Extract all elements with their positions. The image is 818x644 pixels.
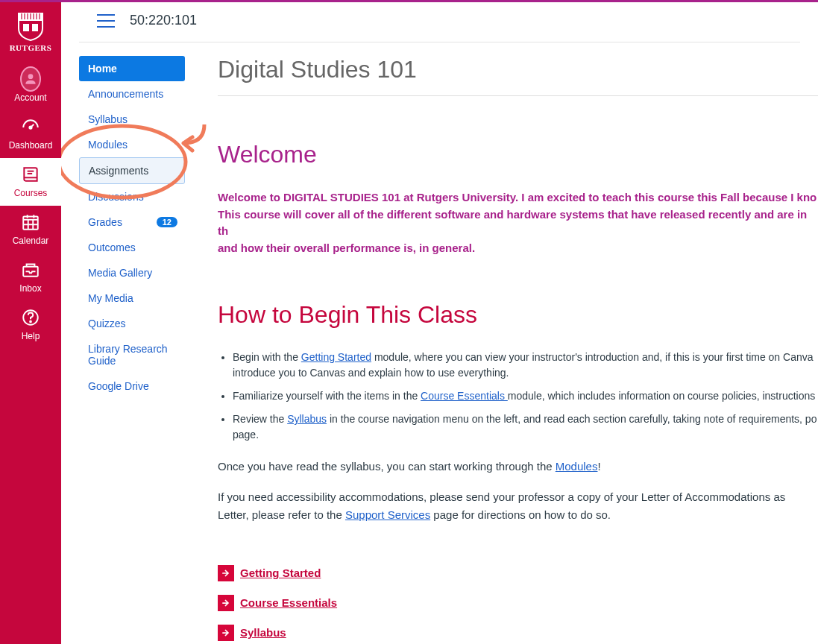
- course-nav-label: Modules: [88, 139, 128, 151]
- bullet-item: Familiarize yourself with the items in t…: [233, 388, 818, 404]
- nav-label: Dashboard: [9, 140, 53, 151]
- begin-bullet-list: Begin with the Getting Started module, w…: [233, 350, 818, 443]
- course-nav-my-media[interactable]: My Media: [79, 285, 185, 311]
- course-nav-label: Announcements: [88, 88, 163, 100]
- nav-label: Account: [14, 92, 46, 103]
- svg-rect-7: [23, 24, 29, 31]
- course-nav-label: Media Gallery: [88, 267, 152, 279]
- link-modules[interactable]: Modules: [556, 460, 598, 473]
- link-syllabus[interactable]: Syllabus: [287, 413, 327, 425]
- grades-badge: 12: [157, 217, 177, 227]
- quick-link-getting-started[interactable]: Getting Started: [240, 566, 321, 579]
- svg-rect-8: [32, 24, 38, 31]
- course-nav-outcomes[interactable]: Outcomes: [79, 235, 185, 260]
- avatar-icon: [20, 66, 41, 92]
- dashboard-icon: [20, 116, 41, 137]
- nav-dashboard[interactable]: Dashboard: [0, 110, 61, 158]
- rutgers-logo[interactable]: RUTGERS: [8, 6, 53, 58]
- course-nav-quizzes[interactable]: Quizzes: [79, 311, 185, 336]
- body-paragraph: If you need accessibility accommodations…: [218, 488, 818, 523]
- course-nav-label: Syllabus: [88, 113, 128, 125]
- course-nav-home[interactable]: Home: [79, 56, 185, 81]
- quick-link-row: Syllabus: [218, 625, 818, 641]
- course-nav-label: Discussions: [88, 191, 144, 203]
- breadcrumb[interactable]: 50:220:101: [130, 13, 197, 28]
- body-paragraph: Once you have read the syllabus, you can…: [218, 458, 818, 475]
- course-nav-label: Outcomes: [88, 242, 136, 253]
- link-course-essentials[interactable]: Course Essentials: [421, 390, 508, 402]
- hamburger-menu-icon[interactable]: [97, 14, 115, 28]
- nav-label: Calendar: [13, 236, 49, 246]
- course-nav-label: Grades: [88, 216, 122, 228]
- nav-inbox[interactable]: Inbox: [0, 253, 61, 301]
- arrow-right-icon: [218, 565, 234, 581]
- course-nav-label: My Media: [88, 292, 133, 304]
- course-nav-discussions[interactable]: Discussions: [79, 184, 185, 209]
- link-support-services[interactable]: Support Services: [345, 508, 430, 521]
- arrow-right-icon: [218, 595, 234, 611]
- quick-link-row: Getting Started: [218, 565, 818, 581]
- nav-account[interactable]: Account: [0, 63, 61, 110]
- course-nav-syllabus[interactable]: Syllabus: [79, 107, 185, 132]
- svg-point-9: [28, 74, 34, 79]
- course-nav-modules[interactable]: Modules: [79, 132, 185, 157]
- bullet-item: Begin with the Getting Started module, w…: [233, 350, 818, 381]
- nav-label: Courses: [14, 188, 48, 198]
- breadcrumb-bar: 50:220:101: [79, 2, 800, 42]
- calendar-icon: [20, 212, 41, 233]
- nav-calendar[interactable]: Calendar: [0, 206, 61, 253]
- course-nav-label: Library Research Guide: [88, 343, 177, 367]
- course-nav-grades[interactable]: Grades12: [79, 209, 185, 235]
- help-icon: [20, 307, 41, 328]
- svg-rect-22: [23, 267, 38, 277]
- page-content: Digital Studies 101 Welcome Welcome to D…: [191, 42, 818, 644]
- shield-icon: [16, 12, 45, 42]
- quick-link-syllabus[interactable]: Syllabus: [240, 626, 286, 639]
- course-nav-google-drive[interactable]: Google Drive: [79, 373, 185, 399]
- brand-text: RUTGERS: [10, 43, 52, 52]
- course-nav-label: Quizzes: [88, 318, 126, 329]
- quick-link-course-essentials[interactable]: Course Essentials: [240, 596, 337, 609]
- inbox-icon: [20, 259, 41, 280]
- nav-label: Help: [22, 331, 40, 341]
- svg-rect-15: [23, 216, 38, 229]
- course-nav-label: Google Drive: [88, 380, 149, 392]
- welcome-heading: Welcome: [218, 141, 818, 168]
- nav-courses[interactable]: Courses: [0, 158, 61, 206]
- course-nav-label: Home: [88, 63, 117, 75]
- course-nav-announcements[interactable]: Announcements: [79, 81, 185, 107]
- quick-link-row: Course Essentials: [218, 595, 818, 611]
- link-getting-started[interactable]: Getting Started: [301, 351, 371, 363]
- course-nav-media-gallery[interactable]: Media Gallery: [79, 260, 185, 285]
- nav-label: Inbox: [19, 283, 41, 294]
- bullet-item: Review the Syllabus in the course naviga…: [233, 411, 818, 443]
- course-nav-assignments[interactable]: Assignments: [79, 157, 185, 184]
- begin-heading: How to Begin This Class: [218, 301, 818, 329]
- course-nav-label: Assignments: [89, 165, 148, 177]
- course-nav-library-research-guide[interactable]: Library Research Guide: [79, 336, 185, 373]
- svg-point-24: [30, 321, 31, 323]
- arrow-right-icon: [218, 625, 234, 641]
- page-title: Digital Studies 101: [218, 56, 818, 96]
- nav-help[interactable]: Help: [0, 301, 61, 349]
- global-nav: RUTGERS Account Dashboard Courses: [0, 0, 61, 644]
- course-nav: Home Announcements Syllabus Modules Assi…: [61, 42, 191, 644]
- svg-point-11: [29, 126, 31, 128]
- welcome-paragraph: Welcome to DIGITAL STUDIES 101 at Rutger…: [218, 189, 818, 256]
- courses-icon: [20, 164, 41, 185]
